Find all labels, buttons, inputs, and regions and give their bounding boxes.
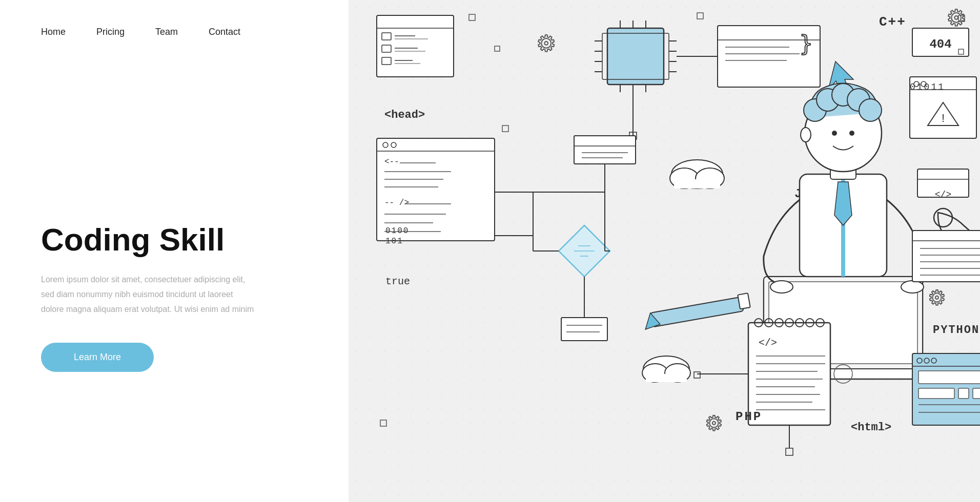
- svg-text:-- />: -- />: [384, 198, 409, 207]
- hero-content: Coding Skill Lorem ipsum dolor sit amet,…: [41, 192, 308, 372]
- svg-text:⚙: ⚙: [536, 31, 556, 56]
- hero-description: Lorem ipsum dolor sit amet, consectetuer…: [41, 273, 256, 317]
- svg-text:true: true: [385, 276, 410, 287]
- svg-rect-79: [674, 179, 720, 189]
- svg-point-113: [801, 128, 811, 142]
- svg-text:<head>: <head>: [384, 109, 425, 121]
- svg-text:}: }: [800, 31, 812, 56]
- svg-text:⚙: ⚙: [946, 5, 966, 30]
- svg-point-111: [832, 131, 837, 136]
- svg-rect-18: [607, 28, 664, 85]
- svg-rect-55: [377, 138, 495, 241]
- svg-text:</>: </>: [759, 337, 777, 349]
- svg-rect-176: [646, 374, 687, 382]
- svg-point-112: [849, 131, 854, 136]
- nav-pricing[interactable]: Pricing: [96, 27, 125, 37]
- svg-text:01011: 01011: [910, 82, 945, 92]
- svg-rect-121: [912, 231, 980, 282]
- svg-text:<--: <--: [384, 157, 399, 166]
- svg-text:⚙: ⚙: [928, 286, 946, 309]
- svg-rect-145: [973, 388, 980, 399]
- svg-text:C++: C++: [879, 14, 906, 30]
- svg-text:0100: 0100: [385, 226, 409, 236]
- svg-point-103: [901, 281, 924, 293]
- hero-title: Coding Skill: [41, 222, 308, 257]
- svg-point-110: [859, 99, 882, 121]
- svg-text:PHP: PHP: [736, 410, 762, 424]
- nav-home[interactable]: Home: [41, 27, 66, 37]
- svg-text:PYTHON: PYTHON: [933, 324, 979, 337]
- svg-text:</>: </>: [935, 190, 951, 200]
- svg-text:<html>: <html>: [851, 421, 891, 434]
- svg-text:⚙: ⚙: [705, 412, 723, 434]
- svg-rect-72: [574, 136, 636, 164]
- coding-illustration: ⚙ C++ }: [349, 0, 980, 502]
- svg-rect-155: [738, 293, 750, 309]
- right-panel: ⚙ C++ }: [349, 0, 980, 502]
- nav-contact[interactable]: Contact: [209, 27, 240, 37]
- svg-text:!: !: [942, 112, 945, 124]
- navigation: Home Pricing Team Contact: [41, 27, 240, 37]
- svg-point-102: [770, 281, 793, 293]
- svg-rect-144: [958, 388, 969, 399]
- left-panel: Home Pricing Team Contact Coding Skill L…: [0, 0, 349, 502]
- svg-rect-143: [918, 388, 954, 399]
- svg-rect-3: [377, 15, 454, 77]
- svg-text:101: 101: [385, 237, 403, 246]
- nav-team[interactable]: Team: [155, 27, 178, 37]
- learn-more-button[interactable]: Learn More: [41, 343, 154, 372]
- svg-rect-90: [561, 318, 607, 341]
- svg-text:404: 404: [929, 37, 951, 51]
- svg-rect-142: [918, 371, 980, 384]
